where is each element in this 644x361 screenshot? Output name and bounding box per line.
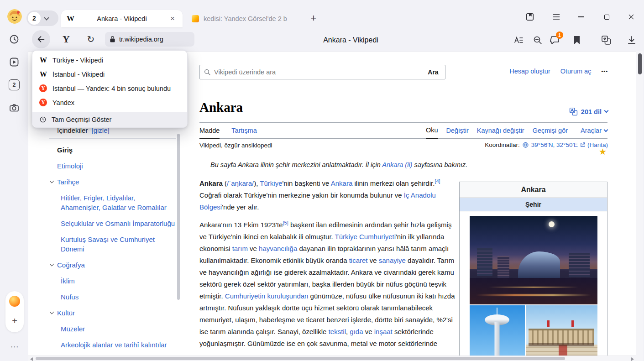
tools-menu[interactable]: Araçlar [581,127,607,138]
toc-toggle-icon[interactable] [50,310,54,314]
tab-yandex-gorsel[interactable]: kedisi: Yandex Görsel'de 2 b [187,10,307,27]
toc-item-giris[interactable]: Giriş [49,145,176,155]
new-tab-button[interactable]: + [308,12,319,24]
zoom-icon[interactable] [532,35,543,46]
video-play-icon[interactable] [9,57,20,68]
coordinates-link[interactable]: 39°56′N, 32°50′E [531,141,578,148]
downloads-icon[interactable] [626,35,637,46]
yandex-button[interactable]: Y [59,32,73,46]
vertical-scrollbar[interactable] [636,51,643,356]
reload-button[interactable]: ↻ [84,32,98,46]
history-icon[interactable] [9,34,20,45]
toc-item-kultur[interactable]: Kültür [49,308,176,318]
toc-scrollbar-thumb[interactable] [177,134,180,300]
close-button[interactable] [625,11,637,23]
add-widget-button[interactable]: + [9,316,20,327]
toc-toggle-icon[interactable] [50,179,54,183]
chevron-down-icon [44,15,49,20]
atakule-tower-photo[interactable] [470,305,525,356]
inline-link[interactable]: /ˈaŋkara/ [227,179,254,187]
toc-item-iklim[interactable]: İklim [49,276,176,286]
inline-link[interactable]: [4] [435,178,440,184]
alice-assistant-button[interactable] [9,296,20,307]
text-segment: ilinin merkezi olan şehirdir. [352,179,435,187]
history-item[interactable]: Y Yandex [32,95,187,110]
toc-item-nufus[interactable]: Nüfus [49,292,176,302]
scroll-left-arrow[interactable] [30,357,33,361]
vertical-scrollbar-thumb[interactable] [638,53,642,74]
history-item[interactable]: Y Istanbul — Yandex: 4 bin sonuç bulundu [32,81,187,95]
yandex-favicon-icon: Y [39,99,47,106]
toc-item-kurtulus[interactable]: Kurtuluş Savaşı ve Cumhuriyet Dönemi [49,235,176,254]
tab-read[interactable]: Oku [426,126,438,139]
inline-link[interactable]: ticaret [349,256,368,264]
minimize-button[interactable] [575,11,587,23]
tab-ankara-vikipedi[interactable]: W Ankara - Vikipedi × [61,10,183,27]
tab-talk[interactable]: Tartışma [231,127,257,138]
horizontal-scrollbar-thumb[interactable] [36,357,565,360]
inline-link[interactable]: [5] [283,220,288,225]
inline-link[interactable]: Türkiye [260,179,282,187]
close-tab-icon[interactable]: × [168,14,177,23]
profile-avatar[interactable] [7,9,22,24]
toc-item-cografya[interactable]: Coğrafya [49,260,176,270]
tab-edit-source[interactable]: Kaynağı değiştir [477,127,524,138]
comments-icon[interactable]: 1 [550,35,560,46]
show-full-history-label: Tam Geçmişi Göster [52,116,111,123]
log-in-link[interactable]: Oturum aç [560,68,592,75]
tab-edit[interactable]: Değiştir [446,127,469,138]
toc-toggle-icon[interactable] [50,262,54,267]
toc-item-hititler[interactable]: Hititler, Frigler, Lidyalılar, Ahamenişl… [49,193,176,212]
maximize-button[interactable] [601,11,613,23]
comments-count-badge: 1 [556,31,563,39]
user-menu-button[interactable]: ••• [601,68,608,74]
wiki-search-input[interactable] [214,68,417,76]
history-item-label: Istanbul — Yandex: 4 bin sonuç bulundu [52,85,171,92]
show-full-history-button[interactable]: Tam Geçmişi Göster [32,112,187,127]
translate-icon[interactable] [601,35,612,46]
create-account-link[interactable]: Hesap oluştur [509,68,550,75]
browser-window: 2 W Ankara - Vikipedi × kedisi: Yandex G… [0,0,644,361]
inline-link[interactable]: Ankara (il) [382,161,412,168]
inline-link[interactable]: Ankara [331,179,353,187]
watchstar-icon[interactable]: ★ [599,146,607,157]
collections-icon[interactable] [524,11,536,23]
tab-counter[interactable]: 2 [26,10,58,26]
history-item-label: İstanbul - Vikipedi [52,71,105,78]
search-submit-button[interactable]: Ara [421,65,445,79]
menu-icon[interactable] [550,11,562,23]
anitkabir-photo[interactable] [526,305,597,356]
inline-link[interactable]: Türkiye Cumhuriyeti [335,233,396,241]
inline-link[interactable]: tekstil [329,328,346,335]
rail-more-button[interactable]: ⋯ [8,341,21,352]
inline-link[interactable]: Cumhuriyetin kuruluşundan [225,292,309,300]
history-item[interactable]: W İstanbul - Vikipedi [32,67,187,81]
horizontal-scrollbar[interactable] [28,356,636,361]
reader-mode-icon[interactable] [513,35,524,46]
toc-item-selcuklular[interactable]: Selçuklular ve Osmanlı İmparatorluğu [49,219,176,228]
back-button[interactable] [32,30,50,48]
inline-link[interactable]: gıda [350,328,363,335]
tab-article[interactable]: Madde [199,127,220,139]
tab-view-history[interactable]: Geçmişi gör [533,127,568,138]
address-bar[interactable]: tr.wikipedia.org [105,32,194,47]
bookmarks-flag-icon[interactable] [571,35,582,46]
text-segment: Coğrafi olarak Türkiye'nin merkezine yak… [199,191,404,199]
inline-link[interactable]: hayvancılığa [259,245,297,252]
ankara-skyline-night-photo[interactable] [470,216,597,304]
maximize-icon [604,15,609,20]
toc-item-tarihce[interactable]: Tarihçe [49,177,176,187]
text-segment: ( [223,179,227,187]
scroll-right-arrow[interactable] [631,357,634,361]
language-selector[interactable]: 201 dil [569,107,608,116]
toc-item-etimoloji[interactable]: Etimoloji [49,161,176,171]
toc-item-arkeolojik[interactable]: Arkeolojik alanlar ve tarihî kalıntılar [49,340,176,350]
toc-item-muzeler[interactable]: Müzeler [49,324,176,334]
tabs-panel-icon[interactable]: 2 [9,79,20,90]
inline-link[interactable]: sanayiye [379,256,406,264]
inline-link[interactable]: inşaat [374,328,393,335]
history-item[interactable]: W Türkiye - Vikipedi [32,53,187,67]
screenshot-icon[interactable] [9,102,20,113]
inline-link[interactable]: tarım [232,245,248,252]
wiki-search-box[interactable] [199,65,421,79]
